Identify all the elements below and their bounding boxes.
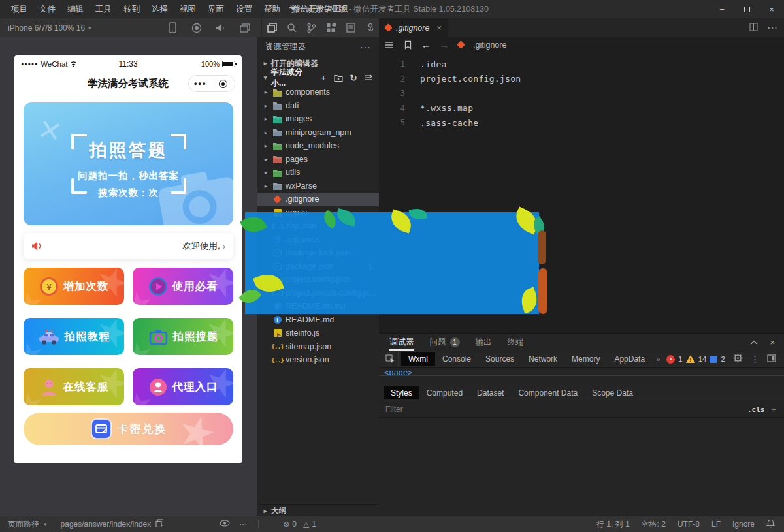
- panel-close-icon[interactable]: ×: [770, 337, 775, 347]
- git-branch-icon[interactable]: [306, 22, 317, 33]
- menu-item-文件[interactable]: 文件: [33, 0, 61, 18]
- mute-icon[interactable]: [216, 23, 226, 33]
- capsule-more-icon[interactable]: ●●●: [189, 80, 212, 87]
- home-button-拍照搜题[interactable]: ★★拍照搜题: [133, 318, 233, 355]
- menu-item-视图[interactable]: 视图: [174, 0, 202, 18]
- nav-back-icon[interactable]: ←: [417, 40, 435, 50]
- wechat-capsule[interactable]: ●●●: [188, 75, 235, 92]
- home-button-使用必看[interactable]: ★★使用必看: [133, 268, 233, 305]
- menu-item-选择[interactable]: 选择: [146, 0, 174, 18]
- menu-item-项目[interactable]: 项目: [5, 0, 33, 18]
- tree-item-utils[interactable]: ▸utils: [257, 166, 379, 180]
- editor-more-icon[interactable]: ⋯: [767, 22, 777, 34]
- style-tab-Scope Data[interactable]: Scope Data: [585, 386, 640, 399]
- outline-list-icon[interactable]: [379, 41, 399, 49]
- maximize-button[interactable]: [734, 0, 759, 18]
- outline-section[interactable]: ▸ 大纲: [257, 504, 379, 517]
- search-icon[interactable]: [286, 22, 297, 33]
- close-button[interactable]: ×: [759, 0, 784, 18]
- multi-window-icon[interactable]: [240, 23, 250, 33]
- menu-item-帮助[interactable]: 帮助: [258, 0, 286, 18]
- style-tab-Component Data[interactable]: Component Data: [512, 386, 584, 399]
- photo-answer-card[interactable]: × 拍照答题 问题拍一拍，秒出答案 搜索次数：次: [24, 102, 233, 225]
- extensions-icon[interactable]: [325, 22, 336, 33]
- new-file-icon[interactable]: +: [319, 73, 328, 82]
- statusbar-item-3[interactable]: LF: [711, 520, 721, 529]
- more-tabs-icon[interactable]: »: [656, 355, 660, 363]
- add-style-icon[interactable]: +: [771, 405, 776, 415]
- copy-path-icon[interactable]: [155, 519, 163, 529]
- refresh-icon[interactable]: ↻: [349, 73, 358, 82]
- eye-icon[interactable]: [220, 520, 230, 529]
- tree-item-README.md[interactable]: iREADME.md: [257, 313, 379, 327]
- page-path-selector[interactable]: 页面路径: [8, 519, 39, 530]
- collapse-all-icon[interactable]: [364, 73, 373, 82]
- bookmark-icon[interactable]: [399, 40, 417, 50]
- devtools-tab-AppData[interactable]: AppData: [607, 352, 652, 366]
- bell-icon[interactable]: [766, 519, 775, 530]
- tree-item-sitemap.json[interactable]: {..}sitemap.json: [257, 340, 379, 354]
- devtools-settings-icon[interactable]: [733, 353, 743, 366]
- outline-doc-icon[interactable]: [345, 22, 356, 33]
- cls-toggle[interactable]: .cls: [747, 405, 765, 414]
- tree-item-pages[interactable]: ▸pages: [257, 153, 379, 166]
- tree-item-components[interactable]: ▸components: [257, 86, 379, 99]
- tree-item-miniprogram_npm[interactable]: ▸miniprogram_npm: [257, 126, 379, 140]
- new-folder-icon[interactable]: [334, 73, 343, 82]
- split-editor-icon[interactable]: [749, 22, 758, 34]
- menu-item-界面[interactable]: 界面: [202, 0, 230, 18]
- debugger-tab-调试器[interactable]: 调试器: [389, 334, 414, 351]
- minimize-button[interactable]: −: [710, 0, 734, 18]
- explorer-more-icon[interactable]: ···: [360, 42, 371, 52]
- record-icon[interactable]: [191, 23, 202, 33]
- panel-collapse-icon[interactable]: [750, 337, 758, 347]
- statusbar-item-1[interactable]: 空格: 2: [642, 519, 666, 530]
- devtools-tab-Wxml[interactable]: Wxml: [401, 352, 435, 366]
- notice-bar[interactable]: 欢迎使用, ›: [24, 233, 233, 259]
- devtools-more-icon[interactable]: ⋮: [751, 354, 759, 364]
- tree-item-node_modules[interactable]: ▸node_modules: [257, 139, 379, 153]
- statusbar-more-icon[interactable]: ···: [239, 520, 247, 529]
- home-button-在线客服[interactable]: ★★在线客服: [24, 368, 124, 405]
- home-button-代理入口[interactable]: ★★代理入口: [133, 368, 233, 405]
- statusbar-item-2[interactable]: UTF-8: [678, 520, 700, 529]
- devtools-tab-Memory[interactable]: Memory: [564, 352, 607, 366]
- project-root[interactable]: ▾ 学法减分小... + ↻: [257, 70, 379, 85]
- home-button-拍照教程[interactable]: ★★拍照教程: [24, 318, 124, 355]
- devtools-tab-Console[interactable]: Console: [435, 352, 478, 366]
- debugger-tab-输出[interactable]: 输出: [476, 334, 492, 351]
- home-button-增加次数[interactable]: ★★¥增加次数: [24, 268, 124, 305]
- style-tab-Dataset[interactable]: Dataset: [470, 386, 510, 399]
- style-tab-Styles[interactable]: Styles: [384, 386, 419, 399]
- filter-input[interactable]: [379, 404, 747, 415]
- code-area[interactable]: 1.idea2project.config.json34*.wxss.map5.…: [379, 52, 784, 131]
- devtools-tab-Network[interactable]: Network: [521, 352, 564, 366]
- tree-item-dati[interactable]: ▸dati: [257, 99, 379, 113]
- menu-item-编辑[interactable]: 编辑: [61, 0, 90, 18]
- redeem-button[interactable]: ★ 卡密兑换: [24, 413, 233, 445]
- tab-close-icon[interactable]: ×: [436, 23, 442, 33]
- tree-item-wxParse[interactable]: ▸wxParse: [257, 180, 379, 193]
- inspect-element-icon[interactable]: [383, 351, 399, 367]
- menu-item-转到[interactable]: 转到: [118, 0, 146, 18]
- phone-preview-icon[interactable]: [167, 23, 178, 33]
- editor-tab-gitignore[interactable]: .gitignore ×: [379, 18, 448, 37]
- files-icon[interactable]: [267, 22, 278, 33]
- debugger-tab-问题[interactable]: 问题1: [430, 334, 460, 351]
- dock-side-icon[interactable]: [767, 353, 776, 365]
- tree-item-.gitignore[interactable]: .gitignore: [257, 193, 379, 206]
- style-tab-Computed[interactable]: Computed: [420, 386, 469, 399]
- tree-item-version.json[interactable]: {..}version.json: [257, 353, 379, 367]
- statusbar-item-0[interactable]: 行 1, 列 1: [596, 519, 630, 530]
- devtools-tab-Sources[interactable]: Sources: [478, 352, 521, 366]
- console-badges[interactable]: ×1!142: [666, 355, 725, 364]
- menu-item-工具[interactable]: 工具: [90, 0, 118, 18]
- simulate-touch-icon[interactable]: [365, 22, 376, 33]
- tree-item-siteinfo.js[interactable]: jssiteinfo.js: [257, 326, 379, 340]
- menu-item-设置[interactable]: 设置: [230, 0, 258, 18]
- nav-forward-icon[interactable]: →: [435, 40, 453, 50]
- wxml-element-tree[interactable]: <page>: [379, 368, 784, 376]
- device-selector[interactable]: iPhone 6/7/8 100% 16▾: [8, 18, 91, 37]
- page-element[interactable]: <page>: [379, 368, 784, 376]
- capsule-close-icon[interactable]: [212, 80, 235, 88]
